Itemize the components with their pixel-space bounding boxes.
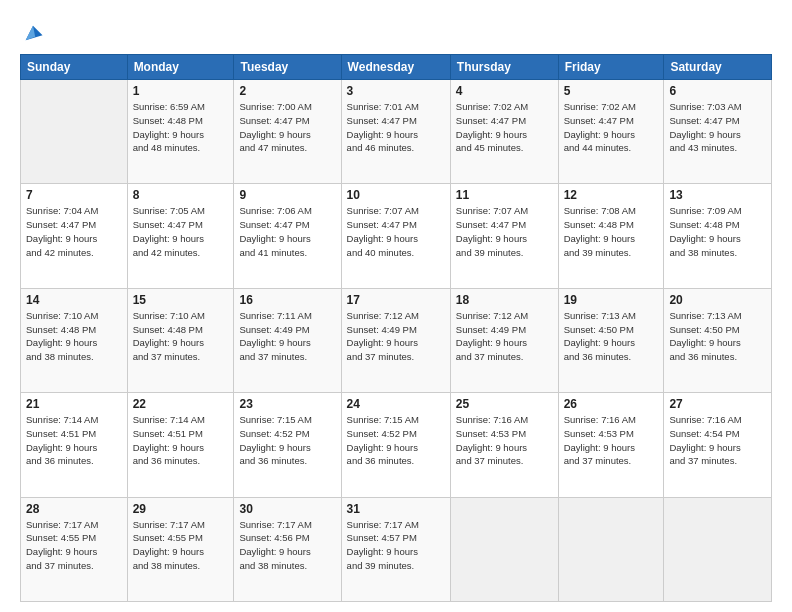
calendar-cell: 3Sunrise: 7:01 AM Sunset: 4:47 PM Daylig… (341, 80, 450, 184)
calendar-cell: 20Sunrise: 7:13 AM Sunset: 4:50 PM Dayli… (664, 288, 772, 392)
day-number: 10 (347, 188, 445, 202)
calendar-cell: 21Sunrise: 7:14 AM Sunset: 4:51 PM Dayli… (21, 393, 128, 497)
day-info: Sunrise: 7:07 AM Sunset: 4:47 PM Dayligh… (347, 204, 445, 259)
day-number: 1 (133, 84, 229, 98)
day-info: Sunrise: 7:15 AM Sunset: 4:52 PM Dayligh… (347, 413, 445, 468)
weekday-header-friday: Friday (558, 55, 664, 80)
day-number: 24 (347, 397, 445, 411)
page: SundayMondayTuesdayWednesdayThursdayFrid… (0, 0, 792, 612)
day-info: Sunrise: 7:10 AM Sunset: 4:48 PM Dayligh… (26, 309, 122, 364)
day-number: 23 (239, 397, 335, 411)
week-row-4: 28Sunrise: 7:17 AM Sunset: 4:55 PM Dayli… (21, 497, 772, 601)
calendar-cell: 26Sunrise: 7:16 AM Sunset: 4:53 PM Dayli… (558, 393, 664, 497)
day-info: Sunrise: 7:12 AM Sunset: 4:49 PM Dayligh… (456, 309, 553, 364)
weekday-header-saturday: Saturday (664, 55, 772, 80)
day-number: 30 (239, 502, 335, 516)
day-number: 28 (26, 502, 122, 516)
day-info: Sunrise: 7:13 AM Sunset: 4:50 PM Dayligh… (669, 309, 766, 364)
day-number: 16 (239, 293, 335, 307)
day-info: Sunrise: 7:17 AM Sunset: 4:55 PM Dayligh… (26, 518, 122, 573)
weekday-header-wednesday: Wednesday (341, 55, 450, 80)
day-info: Sunrise: 7:02 AM Sunset: 4:47 PM Dayligh… (456, 100, 553, 155)
week-row-0: 1Sunrise: 6:59 AM Sunset: 4:48 PM Daylig… (21, 80, 772, 184)
day-number: 22 (133, 397, 229, 411)
header (20, 18, 772, 44)
calendar-cell: 22Sunrise: 7:14 AM Sunset: 4:51 PM Dayli… (127, 393, 234, 497)
day-info: Sunrise: 7:16 AM Sunset: 4:54 PM Dayligh… (669, 413, 766, 468)
calendar-header: SundayMondayTuesdayWednesdayThursdayFrid… (21, 55, 772, 80)
weekday-header-thursday: Thursday (450, 55, 558, 80)
calendar-cell: 12Sunrise: 7:08 AM Sunset: 4:48 PM Dayli… (558, 184, 664, 288)
calendar-cell (664, 497, 772, 601)
calendar: SundayMondayTuesdayWednesdayThursdayFrid… (20, 54, 772, 602)
day-number: 3 (347, 84, 445, 98)
week-row-2: 14Sunrise: 7:10 AM Sunset: 4:48 PM Dayli… (21, 288, 772, 392)
day-number: 25 (456, 397, 553, 411)
day-info: Sunrise: 7:12 AM Sunset: 4:49 PM Dayligh… (347, 309, 445, 364)
calendar-cell: 28Sunrise: 7:17 AM Sunset: 4:55 PM Dayli… (21, 497, 128, 601)
weekday-header-monday: Monday (127, 55, 234, 80)
calendar-cell (558, 497, 664, 601)
day-info: Sunrise: 7:06 AM Sunset: 4:47 PM Dayligh… (239, 204, 335, 259)
day-info: Sunrise: 7:09 AM Sunset: 4:48 PM Dayligh… (669, 204, 766, 259)
day-info: Sunrise: 7:10 AM Sunset: 4:48 PM Dayligh… (133, 309, 229, 364)
day-info: Sunrise: 7:01 AM Sunset: 4:47 PM Dayligh… (347, 100, 445, 155)
calendar-cell: 16Sunrise: 7:11 AM Sunset: 4:49 PM Dayli… (234, 288, 341, 392)
calendar-cell: 14Sunrise: 7:10 AM Sunset: 4:48 PM Dayli… (21, 288, 128, 392)
day-info: Sunrise: 7:14 AM Sunset: 4:51 PM Dayligh… (133, 413, 229, 468)
calendar-cell: 2Sunrise: 7:00 AM Sunset: 4:47 PM Daylig… (234, 80, 341, 184)
day-info: Sunrise: 7:15 AM Sunset: 4:52 PM Dayligh… (239, 413, 335, 468)
calendar-cell (450, 497, 558, 601)
day-number: 20 (669, 293, 766, 307)
day-info: Sunrise: 7:03 AM Sunset: 4:47 PM Dayligh… (669, 100, 766, 155)
day-info: Sunrise: 7:17 AM Sunset: 4:56 PM Dayligh… (239, 518, 335, 573)
calendar-cell: 4Sunrise: 7:02 AM Sunset: 4:47 PM Daylig… (450, 80, 558, 184)
calendar-cell: 10Sunrise: 7:07 AM Sunset: 4:47 PM Dayli… (341, 184, 450, 288)
day-number: 31 (347, 502, 445, 516)
calendar-cell: 13Sunrise: 7:09 AM Sunset: 4:48 PM Dayli… (664, 184, 772, 288)
day-info: Sunrise: 7:08 AM Sunset: 4:48 PM Dayligh… (564, 204, 659, 259)
day-number: 8 (133, 188, 229, 202)
day-number: 26 (564, 397, 659, 411)
day-number: 2 (239, 84, 335, 98)
day-info: Sunrise: 7:11 AM Sunset: 4:49 PM Dayligh… (239, 309, 335, 364)
calendar-cell: 25Sunrise: 7:16 AM Sunset: 4:53 PM Dayli… (450, 393, 558, 497)
day-number: 9 (239, 188, 335, 202)
day-info: Sunrise: 7:07 AM Sunset: 4:47 PM Dayligh… (456, 204, 553, 259)
calendar-cell: 18Sunrise: 7:12 AM Sunset: 4:49 PM Dayli… (450, 288, 558, 392)
weekday-header-sunday: Sunday (21, 55, 128, 80)
day-number: 5 (564, 84, 659, 98)
day-number: 18 (456, 293, 553, 307)
day-number: 4 (456, 84, 553, 98)
calendar-cell: 11Sunrise: 7:07 AM Sunset: 4:47 PM Dayli… (450, 184, 558, 288)
day-number: 11 (456, 188, 553, 202)
day-number: 15 (133, 293, 229, 307)
calendar-cell: 31Sunrise: 7:17 AM Sunset: 4:57 PM Dayli… (341, 497, 450, 601)
day-info: Sunrise: 7:17 AM Sunset: 4:57 PM Dayligh… (347, 518, 445, 573)
day-number: 14 (26, 293, 122, 307)
calendar-cell: 24Sunrise: 7:15 AM Sunset: 4:52 PM Dayli… (341, 393, 450, 497)
day-info: Sunrise: 6:59 AM Sunset: 4:48 PM Dayligh… (133, 100, 229, 155)
day-info: Sunrise: 7:14 AM Sunset: 4:51 PM Dayligh… (26, 413, 122, 468)
logo-icon (22, 22, 44, 44)
calendar-cell: 27Sunrise: 7:16 AM Sunset: 4:54 PM Dayli… (664, 393, 772, 497)
calendar-cell: 23Sunrise: 7:15 AM Sunset: 4:52 PM Dayli… (234, 393, 341, 497)
weekday-row: SundayMondayTuesdayWednesdayThursdayFrid… (21, 55, 772, 80)
calendar-cell: 9Sunrise: 7:06 AM Sunset: 4:47 PM Daylig… (234, 184, 341, 288)
calendar-cell: 17Sunrise: 7:12 AM Sunset: 4:49 PM Dayli… (341, 288, 450, 392)
calendar-cell: 5Sunrise: 7:02 AM Sunset: 4:47 PM Daylig… (558, 80, 664, 184)
day-info: Sunrise: 7:16 AM Sunset: 4:53 PM Dayligh… (564, 413, 659, 468)
calendar-cell: 15Sunrise: 7:10 AM Sunset: 4:48 PM Dayli… (127, 288, 234, 392)
day-number: 17 (347, 293, 445, 307)
calendar-cell: 30Sunrise: 7:17 AM Sunset: 4:56 PM Dayli… (234, 497, 341, 601)
calendar-cell: 29Sunrise: 7:17 AM Sunset: 4:55 PM Dayli… (127, 497, 234, 601)
day-number: 13 (669, 188, 766, 202)
calendar-cell: 6Sunrise: 7:03 AM Sunset: 4:47 PM Daylig… (664, 80, 772, 184)
day-number: 6 (669, 84, 766, 98)
day-info: Sunrise: 7:05 AM Sunset: 4:47 PM Dayligh… (133, 204, 229, 259)
day-info: Sunrise: 7:04 AM Sunset: 4:47 PM Dayligh… (26, 204, 122, 259)
logo (20, 22, 44, 44)
day-info: Sunrise: 7:16 AM Sunset: 4:53 PM Dayligh… (456, 413, 553, 468)
day-number: 7 (26, 188, 122, 202)
day-info: Sunrise: 7:13 AM Sunset: 4:50 PM Dayligh… (564, 309, 659, 364)
